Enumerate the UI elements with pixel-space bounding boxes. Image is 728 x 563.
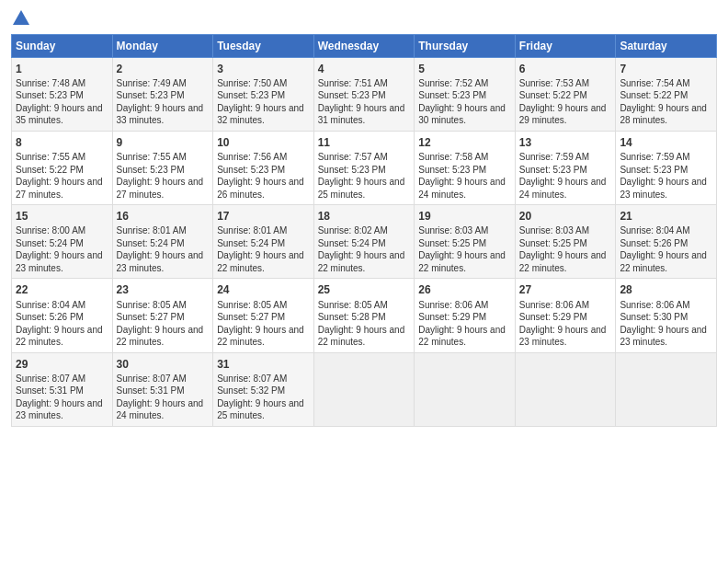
day-number: 12 — [418, 135, 511, 150]
day-number: 22 — [16, 282, 108, 297]
calendar-cell: 11Sunrise: 7:57 AMSunset: 5:23 PMDayligh… — [313, 131, 415, 204]
daylight-text: Daylight: 9 hours and 25 minutes. — [318, 177, 405, 200]
calendar-cell: 4Sunrise: 7:51 AMSunset: 5:23 PMDaylight… — [313, 57, 415, 131]
sunset-text: Sunset: 5:23 PM — [117, 90, 185, 100]
sunrise-text: Sunrise: 7:55 AM — [16, 152, 85, 162]
calendar-cell: 19Sunrise: 8:03 AMSunset: 5:25 PMDayligh… — [415, 205, 516, 279]
calendar-cell: 7Sunrise: 7:54 AMSunset: 5:22 PMDaylight… — [616, 57, 717, 131]
calendar-week-row: 29Sunrise: 8:07 AMSunset: 5:31 PMDayligh… — [12, 352, 717, 426]
sunrise-text: Sunrise: 8:05 AM — [217, 300, 287, 310]
sunset-text: Sunset: 5:24 PM — [16, 238, 84, 248]
sunset-text: Sunset: 5:24 PM — [117, 238, 185, 248]
daylight-text: Daylight: 9 hours and 30 minutes. — [418, 103, 506, 126]
sunset-text: Sunset: 5:23 PM — [16, 90, 84, 100]
sunrise-text: Sunrise: 7:58 AM — [418, 152, 488, 162]
sunset-text: Sunset: 5:23 PM — [620, 165, 688, 175]
sunset-text: Sunset: 5:23 PM — [418, 165, 486, 175]
sunset-text: Sunset: 5:24 PM — [217, 238, 285, 248]
calendar-week-row: 8Sunrise: 7:55 AMSunset: 5:22 PMDaylight… — [12, 131, 717, 204]
sunset-text: Sunset: 5:23 PM — [318, 90, 386, 100]
sunrise-text: Sunrise: 8:05 AM — [318, 300, 388, 310]
day-number: 21 — [620, 209, 712, 224]
day-number: 2 — [117, 62, 210, 76]
day-header-thursday: Thursday — [415, 34, 516, 57]
sunrise-text: Sunrise: 8:01 AM — [217, 225, 287, 236]
calendar-cell — [415, 352, 516, 426]
calendar-cell: 15Sunrise: 8:00 AMSunset: 5:24 PMDayligh… — [12, 205, 113, 279]
day-number: 29 — [16, 357, 108, 372]
calendar-week-row: 1Sunrise: 7:48 AMSunset: 5:23 PMDaylight… — [12, 57, 717, 131]
calendar-cell: 3Sunrise: 7:50 AMSunset: 5:23 PMDaylight… — [213, 57, 314, 131]
day-number: 27 — [519, 282, 612, 297]
day-number: 6 — [519, 62, 612, 76]
day-number: 30 — [117, 357, 210, 372]
sunrise-text: Sunrise: 7:53 AM — [519, 78, 589, 88]
day-number: 9 — [117, 135, 210, 150]
sunset-text: Sunset: 5:30 PM — [620, 312, 688, 322]
day-number: 31 — [217, 357, 310, 372]
calendar-cell: 10Sunrise: 7:56 AMSunset: 5:23 PMDayligh… — [213, 131, 314, 204]
calendar-cell: 6Sunrise: 7:53 AMSunset: 5:22 PMDaylight… — [515, 57, 616, 131]
day-number: 13 — [519, 135, 612, 150]
daylight-text: Daylight: 9 hours and 24 minutes. — [117, 398, 204, 421]
day-number: 18 — [318, 209, 411, 224]
daylight-text: Daylight: 9 hours and 23 minutes. — [16, 398, 103, 421]
calendar-cell: 17Sunrise: 8:01 AMSunset: 5:24 PMDayligh… — [213, 205, 314, 279]
day-number: 25 — [318, 282, 411, 297]
svg-marker-0 — [13, 10, 29, 25]
day-number: 14 — [620, 135, 712, 150]
sunrise-text: Sunrise: 8:06 AM — [620, 300, 689, 310]
daylight-text: Daylight: 9 hours and 22 minutes. — [418, 325, 506, 348]
sunset-text: Sunset: 5:23 PM — [318, 165, 386, 175]
daylight-text: Daylight: 9 hours and 22 minutes. — [217, 325, 304, 348]
calendar-header-row: SundayMondayTuesdayWednesdayThursdayFrid… — [12, 34, 717, 57]
day-header-wednesday: Wednesday — [313, 34, 415, 57]
calendar-cell: 18Sunrise: 8:02 AMSunset: 5:24 PMDayligh… — [313, 205, 415, 279]
daylight-text: Daylight: 9 hours and 23 minutes. — [620, 325, 707, 348]
page-container: SundayMondayTuesdayWednesdayThursdayFrid… — [0, 0, 728, 436]
sunrise-text: Sunrise: 8:05 AM — [117, 300, 187, 310]
calendar-cell: 2Sunrise: 7:49 AMSunset: 5:23 PMDaylight… — [112, 57, 213, 131]
daylight-text: Daylight: 9 hours and 24 minutes. — [418, 177, 506, 200]
calendar-cell: 21Sunrise: 8:04 AMSunset: 5:26 PMDayligh… — [616, 205, 717, 279]
sunrise-text: Sunrise: 8:06 AM — [519, 300, 589, 310]
sunrise-text: Sunrise: 8:07 AM — [217, 373, 287, 384]
sunset-text: Sunset: 5:29 PM — [418, 312, 486, 322]
calendar-cell: 9Sunrise: 7:55 AMSunset: 5:23 PMDaylight… — [112, 131, 213, 204]
sunset-text: Sunset: 5:29 PM — [519, 312, 587, 322]
sunrise-text: Sunrise: 8:04 AM — [620, 225, 689, 236]
day-number: 24 — [217, 282, 310, 297]
calendar-cell: 8Sunrise: 7:55 AMSunset: 5:22 PMDaylight… — [12, 131, 113, 204]
sunrise-text: Sunrise: 8:02 AM — [318, 225, 388, 236]
day-number: 3 — [217, 62, 310, 76]
calendar-cell: 27Sunrise: 8:06 AMSunset: 5:29 PMDayligh… — [515, 279, 616, 352]
sunset-text: Sunset: 5:22 PM — [620, 90, 688, 100]
sunrise-text: Sunrise: 8:03 AM — [418, 225, 488, 236]
day-number: 5 — [418, 62, 511, 76]
sunrise-text: Sunrise: 8:01 AM — [117, 225, 187, 236]
sunrise-text: Sunrise: 7:49 AM — [117, 78, 187, 88]
sunrise-text: Sunrise: 7:55 AM — [117, 152, 187, 162]
calendar-cell: 26Sunrise: 8:06 AMSunset: 5:29 PMDayligh… — [415, 279, 516, 352]
calendar-cell: 29Sunrise: 8:07 AMSunset: 5:31 PMDayligh… — [12, 352, 113, 426]
calendar-cell: 24Sunrise: 8:05 AMSunset: 5:27 PMDayligh… — [213, 279, 314, 352]
daylight-text: Daylight: 9 hours and 27 minutes. — [117, 177, 204, 200]
header — [11, 9, 717, 29]
logo-icon — [13, 9, 29, 26]
daylight-text: Daylight: 9 hours and 22 minutes. — [318, 325, 405, 348]
calendar-cell: 30Sunrise: 8:07 AMSunset: 5:31 PMDayligh… — [112, 352, 213, 426]
sunset-text: Sunset: 5:23 PM — [217, 165, 285, 175]
calendar-cell: 16Sunrise: 8:01 AMSunset: 5:24 PMDayligh… — [112, 205, 213, 279]
daylight-text: Daylight: 9 hours and 24 minutes. — [519, 177, 607, 200]
daylight-text: Daylight: 9 hours and 23 minutes. — [117, 250, 204, 273]
daylight-text: Daylight: 9 hours and 35 minutes. — [16, 103, 103, 126]
day-number: 10 — [217, 135, 310, 150]
calendar-cell: 20Sunrise: 8:03 AMSunset: 5:25 PMDayligh… — [515, 205, 616, 279]
calendar-cell: 31Sunrise: 8:07 AMSunset: 5:32 PMDayligh… — [213, 352, 314, 426]
sunrise-text: Sunrise: 7:59 AM — [620, 152, 689, 162]
daylight-text: Daylight: 9 hours and 22 minutes. — [117, 325, 204, 348]
day-number: 1 — [16, 62, 108, 76]
day-number: 11 — [318, 135, 411, 150]
sunset-text: Sunset: 5:25 PM — [519, 238, 587, 248]
sunrise-text: Sunrise: 7:56 AM — [217, 152, 287, 162]
